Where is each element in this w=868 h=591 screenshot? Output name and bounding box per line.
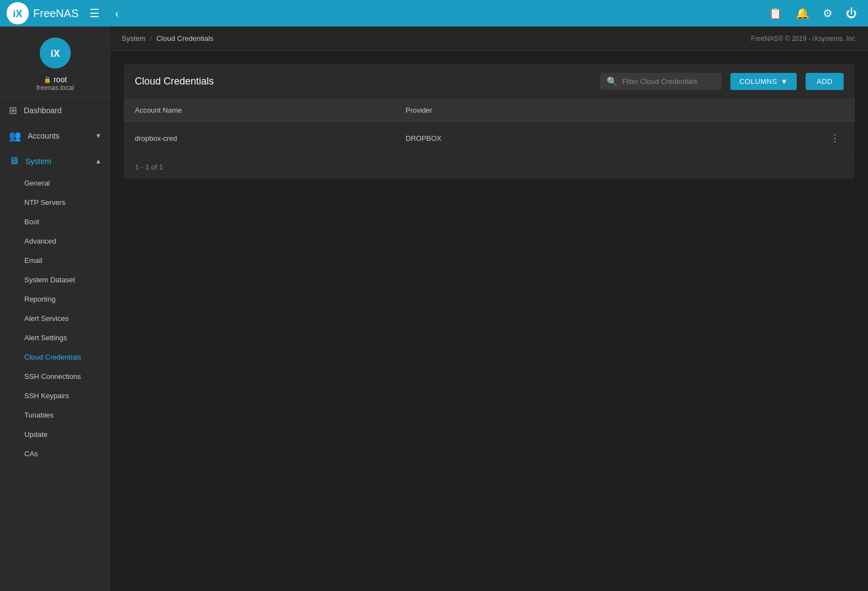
back-icon[interactable]: ‹	[111, 5, 123, 22]
sidebar-item-ntp-servers[interactable]: NTP Servers	[0, 193, 111, 212]
row-action-menu-button[interactable]: ⋮	[826, 129, 844, 147]
user-host: freenas.local	[36, 84, 74, 92]
table-pagination: 1 - 1 of 1	[124, 155, 855, 179]
top-nav-right: 📋 🔔 ⚙ ⏻	[764, 4, 861, 22]
avatar-icon: iX	[40, 38, 71, 68]
sidebar-item-dashboard[interactable]: ⊞ Dashboard	[0, 98, 111, 123]
sidebar-item-advanced[interactable]: Advanced	[0, 231, 111, 251]
search-box: 🔍	[600, 73, 722, 90]
sidebar-item-accounts[interactable]: 👥 Accounts ▼	[0, 123, 111, 149]
columns-dropdown-icon: ▼	[781, 77, 788, 86]
app-logo: iX FreeNAS	[7, 2, 78, 24]
system-sub-menu: General NTP Servers Boot Advanced Email …	[0, 173, 111, 463]
sidebar-item-general[interactable]: General	[0, 173, 111, 193]
sidebar-item-reporting[interactable]: Reporting	[0, 289, 111, 309]
search-input[interactable]	[622, 77, 715, 86]
user-name: root	[54, 75, 67, 84]
breadcrumb: System / Cloud Credentials FreeNAS® © 20…	[111, 27, 868, 51]
breadcrumb-copyright: FreeNAS® © 2019 - iXsystems, Inc.	[751, 35, 857, 43]
breadcrumb-separator: /	[150, 34, 152, 43]
column-actions	[827, 99, 855, 121]
sidebar-navigation: ⊞ Dashboard 👥 Accounts ▼ 🖥 System ▲ Gene…	[0, 98, 111, 591]
sidebar-item-label-accounts: Accounts	[28, 131, 60, 140]
freenas-logo-svg: iX	[7, 2, 29, 24]
avatar: iX	[40, 38, 71, 68]
main-content: System / Cloud Credentials FreeNAS® © 20…	[111, 27, 868, 591]
sidebar-item-label-dashboard: Dashboard	[24, 106, 62, 115]
sidebar-item-boot[interactable]: Boot	[0, 212, 111, 231]
settings-icon[interactable]: ⚙	[818, 4, 837, 22]
column-account-name: Account Name	[124, 99, 394, 121]
sidebar-item-alert-settings[interactable]: Alert Settings	[0, 328, 111, 347]
tasks-icon[interactable]: 📋	[764, 4, 787, 22]
logo-image: iX	[7, 2, 29, 24]
page-content: Cloud Credentials 🔍 COLUMNS ▼ ADD Accoun…	[111, 51, 868, 192]
cloud-credentials-card: Cloud Credentials 🔍 COLUMNS ▼ ADD Accoun…	[124, 64, 855, 179]
table-header: Account Name Provider	[124, 99, 855, 122]
sidebar-item-email[interactable]: Email	[0, 251, 111, 270]
search-icon: 🔍	[607, 76, 618, 87]
app-name: FreeNAS	[33, 7, 78, 20]
add-button[interactable]: ADD	[806, 73, 844, 90]
cell-actions: ⋮	[815, 122, 855, 155]
system-expand-icon: ▲	[95, 157, 102, 165]
credentials-table: Account Name Provider dropbox-cred DROPB…	[124, 99, 855, 179]
column-provider: Provider	[394, 99, 827, 121]
accounts-icon: 👥	[9, 130, 21, 142]
columns-label: COLUMNS	[739, 77, 777, 86]
table-row: dropbox-cred DROPBOX ⋮	[124, 122, 855, 155]
cell-provider: DROPBOX	[394, 126, 815, 150]
card-header: Cloud Credentials 🔍 COLUMNS ▼ ADD	[124, 64, 855, 99]
columns-button[interactable]: COLUMNS ▼	[730, 73, 797, 90]
sidebar-item-alert-services[interactable]: Alert Services	[0, 309, 111, 328]
sidebar-item-cas[interactable]: CAs	[0, 444, 111, 463]
sidebar-item-label-system: System	[25, 157, 51, 166]
sidebar: iX 🔒 root freenas.local ⊞ Dashboard 👥 Ac…	[0, 27, 111, 591]
dashboard-icon: ⊞	[9, 104, 17, 117]
power-icon[interactable]: ⏻	[841, 5, 861, 22]
system-icon: 🖥	[9, 155, 19, 167]
notifications-icon[interactable]: 🔔	[791, 4, 814, 22]
page-title: Cloud Credentials	[135, 76, 591, 87]
sidebar-item-tunables[interactable]: Tunables	[0, 405, 111, 425]
lock-icon: 🔒	[44, 76, 51, 83]
main-layout: iX 🔒 root freenas.local ⊞ Dashboard 👥 Ac…	[0, 27, 868, 591]
sidebar-item-system-dataset[interactable]: System Dataset	[0, 270, 111, 289]
svg-text:iX: iX	[50, 48, 60, 59]
svg-text:iX: iX	[13, 8, 22, 19]
sidebar-item-ssh-connections[interactable]: SSH Connections	[0, 367, 111, 386]
sidebar-item-ssh-keypairs[interactable]: SSH Keypairs	[0, 386, 111, 405]
top-nav: iX FreeNAS ☰ ‹ 📋 🔔 ⚙ ⏻	[0, 0, 868, 27]
sidebar-item-update[interactable]: Update	[0, 425, 111, 444]
breadcrumb-system[interactable]: System	[122, 34, 145, 43]
top-nav-left: iX FreeNAS ☰ ‹	[7, 2, 123, 24]
breadcrumb-path: System / Cloud Credentials	[122, 34, 213, 43]
sidebar-item-system[interactable]: 🖥 System ▲	[0, 149, 111, 173]
breadcrumb-current: Cloud Credentials	[156, 34, 213, 43]
accounts-expand-icon: ▼	[95, 132, 102, 140]
sidebar-user-section: iX 🔒 root freenas.local	[0, 27, 111, 98]
sidebar-item-cloud-credentials[interactable]: Cloud Credentials	[0, 347, 111, 367]
cell-account-name: dropbox-cred	[124, 126, 394, 150]
hamburger-menu-icon[interactable]: ☰	[85, 4, 104, 22]
